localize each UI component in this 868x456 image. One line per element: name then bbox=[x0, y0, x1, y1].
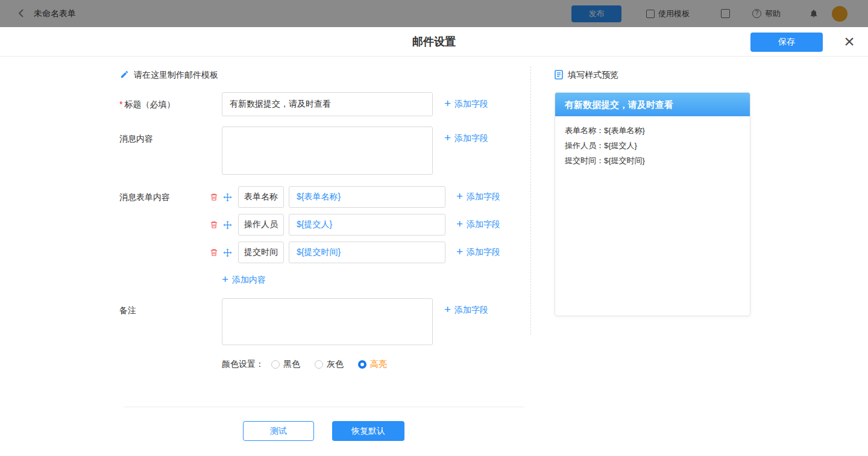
form-content-row: + 添加字段 bbox=[209, 214, 500, 236]
preview-card: 有新数据提交，请及时查看 表单名称：${表单名称} 操作人员：${提交人} 提交… bbox=[555, 92, 750, 316]
plus-icon: + bbox=[456, 245, 463, 258]
plus-icon: + bbox=[456, 217, 463, 231]
radio-option-gray[interactable]: 灰色 bbox=[315, 359, 344, 370]
move-icon[interactable] bbox=[222, 242, 232, 263]
close-icon[interactable]: × bbox=[839, 31, 860, 52]
radio-option-black[interactable]: 黑色 bbox=[271, 359, 300, 370]
plus-icon: + bbox=[456, 190, 463, 203]
form-content-row: + 添加字段 bbox=[209, 186, 500, 208]
field-value-input[interactable] bbox=[289, 242, 445, 263]
color-settings-row: 颜色设置： 黑色 灰色 高亮 bbox=[222, 360, 401, 369]
preview-header-label: 填写样式预览 bbox=[568, 70, 618, 81]
preview-line: 操作人员：${提交人} bbox=[565, 138, 740, 153]
plus-icon: + bbox=[444, 97, 451, 110]
save-button[interactable]: 保存 bbox=[750, 33, 823, 52]
pencil-icon bbox=[120, 70, 129, 81]
topbar: 未命名表单 发布 使用模板 ? 帮助 bbox=[0, 0, 868, 27]
title-input[interactable] bbox=[222, 92, 433, 116]
modal-backdrop bbox=[0, 0, 868, 27]
color-settings-label: 颜色设置： bbox=[222, 359, 264, 370]
column-divider bbox=[530, 66, 531, 334]
add-field-remark-button[interactable]: + 添加字段 bbox=[444, 298, 488, 322]
message-label: 消息内容 bbox=[119, 126, 153, 151]
field-value-input[interactable] bbox=[289, 214, 445, 236]
test-button[interactable]: 测试 bbox=[243, 421, 314, 441]
restore-default-button[interactable]: 恢复默认 bbox=[332, 421, 404, 441]
message-textarea[interactable] bbox=[222, 126, 433, 175]
modal-body: 请在这里制作邮件模板 *标题（必填） + 添加字段 消息内容 + 添加字段 消息… bbox=[0, 57, 868, 456]
preview-card-title: 有新数据提交，请及时查看 bbox=[555, 93, 750, 116]
email-settings-modal: 邮件设置 保存 × 请在这里制作邮件模板 *标题（必填） + 添加字段 消息内容… bbox=[0, 27, 868, 456]
add-field-button[interactable]: + 添加字段 bbox=[456, 218, 500, 231]
preview-line: 提交时间：${提交时间} bbox=[565, 153, 740, 168]
move-icon[interactable] bbox=[222, 214, 232, 236]
preview-line: 表单名称：${表单名称} bbox=[565, 123, 740, 138]
add-field-title-button[interactable]: + 添加字段 bbox=[444, 92, 488, 116]
required-mark: * bbox=[119, 99, 122, 109]
radio-icon bbox=[271, 360, 280, 369]
trash-icon[interactable] bbox=[209, 214, 219, 236]
modal-header: 邮件设置 保存 × bbox=[0, 27, 868, 57]
preview-header: 填写样式预览 bbox=[555, 70, 618, 81]
field-key-input[interactable] bbox=[238, 214, 284, 236]
form-content-label: 消息表单内容 bbox=[119, 185, 170, 209]
add-field-button[interactable]: + 添加字段 bbox=[456, 190, 500, 204]
editor-hint: 请在这里制作邮件模板 bbox=[120, 70, 218, 81]
trash-icon[interactable] bbox=[209, 186, 219, 208]
plus-icon: + bbox=[444, 303, 451, 316]
field-value-input[interactable] bbox=[289, 186, 445, 208]
plus-icon: + bbox=[444, 131, 451, 145]
form-content-row: + 添加字段 bbox=[209, 242, 500, 263]
remark-label: 备注 bbox=[119, 298, 136, 322]
divider bbox=[124, 407, 524, 407]
field-key-input[interactable] bbox=[238, 242, 284, 263]
trash-icon[interactable] bbox=[209, 242, 219, 263]
add-content-button[interactable]: + 添加内容 bbox=[222, 274, 266, 286]
remark-textarea[interactable] bbox=[222, 298, 433, 345]
preview-card-body: 表单名称：${表单名称} 操作人员：${提交人} 提交时间：${提交时间} bbox=[555, 116, 750, 175]
move-icon[interactable] bbox=[222, 186, 232, 208]
field-key-input[interactable] bbox=[238, 186, 284, 208]
radio-option-highlight[interactable]: 高亮 bbox=[358, 359, 387, 370]
title-label: *标题（必填） bbox=[119, 92, 175, 116]
document-icon bbox=[555, 70, 563, 81]
add-field-button[interactable]: + 添加字段 bbox=[456, 246, 500, 259]
add-field-message-button[interactable]: + 添加字段 bbox=[444, 126, 488, 151]
editor-hint-text: 请在这里制作邮件模板 bbox=[134, 70, 218, 81]
modal-title: 邮件设置 bbox=[0, 27, 868, 57]
plus-icon: + bbox=[222, 273, 228, 286]
radio-selected-icon bbox=[358, 360, 366, 369]
radio-icon bbox=[315, 360, 323, 369]
